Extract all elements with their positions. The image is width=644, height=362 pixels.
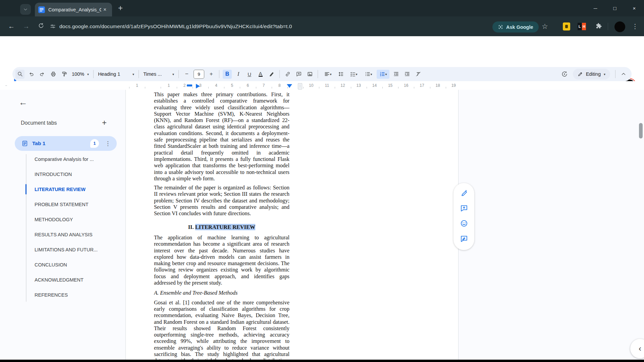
chevron-down-icon: ▾ — [132, 72, 134, 76]
editing-mode-select[interactable]: Editing ▾ — [573, 69, 610, 79]
pencil-icon — [578, 71, 583, 77]
paragraph[interactable]: The remainder of the paper is organized … — [154, 184, 289, 217]
add-comment-button[interactable] — [460, 204, 468, 214]
ruler-number: 3 — [193, 83, 208, 89]
numbered-list-button[interactable]: ▾ — [377, 70, 389, 79]
outline-item[interactable]: Comparative Analysis for ... — [32, 152, 122, 167]
highlight-color-button[interactable] — [267, 70, 276, 79]
chrome-menu-button[interactable]: ⋮ — [632, 22, 638, 30]
back-button[interactable]: ← — [4, 22, 19, 30]
chevron-down-icon: ▾ — [172, 72, 174, 76]
docs-toolbar: 100%▾ Heading 1▾ Times ...▾ − 9 + B I U … — [12, 67, 632, 81]
window-close-button[interactable]: × — [625, 5, 644, 11]
url-text[interactable]: docs.google.com/document/d/1afzEPysOOHih… — [59, 23, 292, 29]
new-tab-button[interactable]: + — [118, 4, 123, 12]
extension-lock-icon[interactable] — [563, 22, 570, 31]
suggest-edits-button[interactable] — [460, 235, 468, 244]
subsection-heading[interactable]: A. Ensemble and Tree-Based Methods — [154, 290, 289, 296]
undo-icon — [28, 71, 34, 77]
reload-button[interactable] — [34, 22, 48, 31]
outline-item[interactable]: RESULTS AND ANALYSIS — [32, 227, 122, 242]
line-spacing-button[interactable] — [336, 70, 345, 79]
forward-button[interactable]: → — [19, 22, 34, 30]
italic-button[interactable]: I — [234, 70, 243, 79]
window-maximize-button[interactable]: □ — [605, 5, 625, 11]
ruler-number — [145, 83, 161, 89]
first-line-indent-marker[interactable] — [187, 84, 192, 86]
font-select[interactable]: Times ...▾ — [143, 71, 174, 77]
add-comment-button[interactable] — [294, 70, 303, 79]
zoom-select[interactable]: 100%▾ — [72, 71, 89, 77]
document-text-column[interactable]: This paper makes three primary contribut… — [154, 90, 289, 360]
checklist-icon — [350, 71, 356, 77]
close-sidebar-button[interactable]: ← — [19, 97, 28, 108]
browser-tab[interactable]: Comparative_Analysis_Crop_Rec × — [35, 3, 112, 16]
decrease-font-size-button[interactable]: − — [182, 70, 191, 79]
ruler-number: 11 — [319, 83, 335, 89]
chevron-down-icon: ▾ — [330, 72, 332, 76]
paint-format-button[interactable] — [60, 70, 69, 79]
extension-lh-icon[interactable]: L H — [578, 23, 586, 30]
ruler-number: 19 — [446, 83, 462, 89]
column-margin-marker[interactable]: ⋮ — [298, 83, 302, 89]
undo-button[interactable] — [26, 70, 36, 79]
paragraph[interactable]: Gosai et al. [1] conducted one of the mo… — [154, 299, 289, 360]
add-tab-button[interactable]: + — [102, 118, 107, 127]
tab-options-button[interactable]: ⋮ — [103, 140, 113, 147]
redo-button[interactable] — [38, 70, 47, 79]
bold-button[interactable]: B — [223, 70, 232, 79]
outline-item[interactable]: PROBLEM STATEMENT — [32, 197, 122, 212]
insert-image-button[interactable] — [305, 70, 314, 79]
ruler-number: 15 — [382, 83, 398, 89]
divider — [608, 23, 608, 30]
scrollbar-thumb[interactable] — [639, 123, 643, 138]
hide-menus-button[interactable] — [619, 70, 628, 79]
horizontal-ruler[interactable]: 11234567810111213141516171819 — [129, 83, 462, 89]
activity-button[interactable] — [560, 70, 569, 79]
emoji-reaction-button[interactable] — [460, 219, 468, 229]
bulleted-list-button[interactable]: ▾ — [362, 70, 375, 79]
paragraph-style-select[interactable]: Heading 1▾ — [98, 71, 134, 77]
paragraph[interactable]: This paper makes three primary contribut… — [154, 91, 289, 182]
bookmark-star-button[interactable]: ☆ — [542, 22, 548, 31]
section-heading[interactable]: II. LITERATURE REVIEW — [154, 224, 289, 230]
outline-item[interactable]: METHODOLOGY — [32, 212, 122, 227]
site-info-button[interactable] — [50, 23, 56, 29]
chevron-down-icon: ▾ — [604, 72, 605, 76]
print-button[interactable] — [49, 70, 58, 79]
paragraph[interactable]: The application of machine learning to a… — [154, 234, 289, 286]
search-menus-button[interactable] — [15, 70, 24, 79]
outline-item[interactable]: INTRODUCTION — [32, 167, 122, 182]
increase-indent-button[interactable] — [402, 70, 412, 79]
ruler-number: 8 — [272, 83, 287, 89]
right-indent-marker[interactable] — [287, 84, 292, 88]
ruler-number: 1 — [129, 83, 145, 89]
chrome-profile-avatar[interactable] — [614, 21, 625, 32]
outline-item[interactable]: REFERENCES — [32, 287, 122, 302]
ask-google-button[interactable]: Ask Google — [492, 21, 539, 33]
tab-close-icon[interactable]: × — [103, 7, 106, 13]
text-color-button[interactable]: A — [256, 70, 265, 79]
insert-link-button[interactable] — [283, 70, 292, 79]
magic-pencil-icon — [460, 189, 468, 197]
ruler-number: 17 — [414, 83, 430, 89]
left-indent-marker[interactable] — [196, 84, 200, 88]
increase-font-size-button[interactable]: + — [207, 70, 216, 79]
divider — [318, 70, 318, 78]
decrease-indent-button[interactable] — [391, 70, 400, 79]
font-size-input[interactable]: 9 — [194, 70, 204, 79]
help-me-write-button[interactable] — [460, 189, 468, 198]
outline-item[interactable]: ACKNOWLEDGMENT — [32, 272, 122, 287]
outline-item-active[interactable]: LITERATURE REVIEW — [32, 182, 122, 197]
align-button[interactable]: ▾ — [321, 70, 334, 79]
window-minimize-button[interactable]: ─ — [586, 5, 605, 11]
extensions-puzzle-button[interactable] — [595, 22, 602, 29]
underline-button[interactable]: U — [245, 70, 254, 79]
outline-item[interactable]: CONCLUSION — [32, 257, 122, 272]
ruler-number: 18 — [430, 83, 446, 89]
tab-search-button[interactable] — [20, 4, 31, 15]
checklist-button[interactable]: ▾ — [347, 70, 360, 79]
clear-formatting-button[interactable] — [414, 70, 423, 79]
sidebar-tab-1[interactable]: Tab 1 1 ⋮ — [15, 136, 117, 151]
outline-item[interactable]: LIMITATIONS AND FUTUR... — [32, 242, 122, 257]
